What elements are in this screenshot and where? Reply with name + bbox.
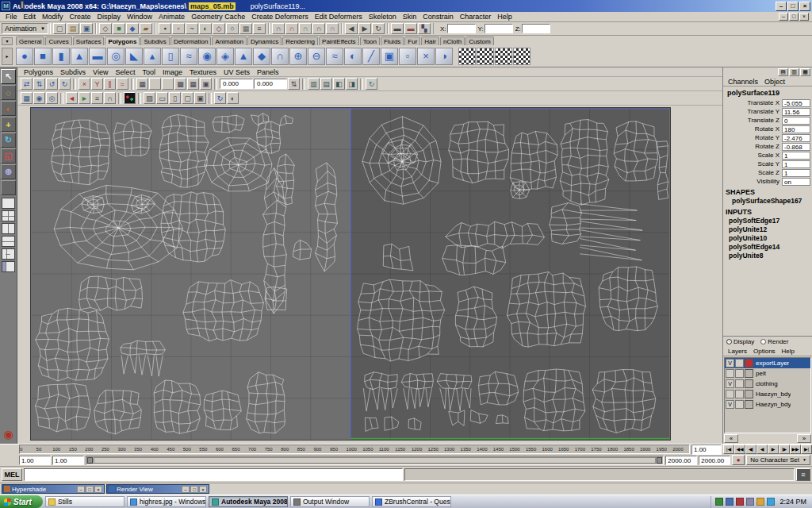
select-object-icon[interactable]: ■ bbox=[113, 23, 125, 34]
channel-value-field[interactable]: 11.56 bbox=[782, 108, 810, 116]
channel-label[interactable]: Scale Z bbox=[725, 169, 782, 176]
dim-image-icon[interactable]: ▩ bbox=[174, 78, 186, 90]
mirror-geometry-icon[interactable]: ◐ bbox=[344, 48, 362, 65]
delete-edge-icon[interactable]: × bbox=[417, 48, 435, 65]
paste-u-icon[interactable]: ◧ bbox=[333, 78, 345, 90]
channel-value-field[interactable]: 1 bbox=[782, 169, 810, 177]
poly-sphere-icon[interactable]: ● bbox=[16, 48, 33, 65]
snap-curve-icon[interactable]: ∩ bbox=[285, 23, 298, 34]
render-current-frame-icon[interactable]: ▬ bbox=[391, 23, 404, 34]
channel-value-field[interactable]: 1 bbox=[782, 152, 810, 160]
animation-start-field[interactable]: 1.00 bbox=[19, 456, 51, 465]
menu-item[interactable]: Window bbox=[124, 13, 155, 21]
select-tool-icon[interactable]: ↖ bbox=[1, 69, 16, 84]
minimized-window-bar[interactable]: Render View – □ × bbox=[106, 484, 209, 494]
channel-value-field[interactable]: -0.868 bbox=[782, 143, 810, 151]
channel-object-name[interactable]: polySurface119 bbox=[723, 89, 812, 98]
collapse-right-button[interactable]: » bbox=[797, 434, 811, 443]
layer-row[interactable]: Haezyn_bdy bbox=[725, 389, 810, 399]
layer-row[interactable]: pelt bbox=[725, 368, 810, 379]
list-output-connections-icon[interactable]: ▶ bbox=[358, 23, 371, 34]
lasso-select-tool-icon[interactable]: ◌ bbox=[1, 85, 16, 100]
image-ratio-icon[interactable]: ▯ bbox=[169, 92, 181, 104]
channel-label[interactable]: Visibility bbox=[725, 178, 782, 185]
antivirus-tray-icon[interactable] bbox=[736, 498, 744, 506]
platonic-solid-icon[interactable]: ◈ bbox=[216, 48, 234, 65]
render-settings-icon[interactable]: ▚ bbox=[418, 23, 431, 34]
flip-v-icon[interactable]: ⇅ bbox=[33, 78, 45, 90]
layer-menu-item[interactable]: Layers bbox=[726, 348, 749, 355]
cycle-uvs-icon[interactable]: ↻ bbox=[366, 78, 377, 90]
step-forward-key-button[interactable]: |▶ bbox=[779, 444, 790, 454]
poly-prism-icon[interactable]: ◣ bbox=[125, 48, 143, 65]
minimize-button[interactable]: – bbox=[182, 486, 190, 493]
channel-label[interactable]: Translate Y bbox=[725, 108, 782, 115]
channel-label[interactable]: Translate Z bbox=[725, 117, 782, 124]
mel-toggle-button[interactable]: MEL bbox=[2, 468, 22, 481]
channel-label[interactable]: Scale X bbox=[725, 152, 782, 159]
character-set-dropdown[interactable]: No Character Set ▼ bbox=[746, 455, 810, 465]
ipr-render-icon[interactable]: ▬ bbox=[404, 23, 417, 34]
poly-helix-icon[interactable]: ≈ bbox=[180, 48, 197, 65]
paint-effects-tool-icon[interactable]: ◉ bbox=[3, 428, 13, 441]
time-slider[interactable]: 0501001502002503003504004505005506006507… bbox=[19, 444, 690, 454]
poly-soccer-ball-icon[interactable]: ◉ bbox=[198, 48, 216, 65]
shelf-tab[interactable]: General bbox=[16, 37, 44, 45]
shelf-tab[interactable]: Surfaces bbox=[73, 37, 105, 45]
uv-editor-menu-item[interactable]: Tool bbox=[139, 68, 159, 76]
channel-box-menu-item[interactable]: Object bbox=[762, 78, 787, 86]
separate-icon[interactable]: ⊖ bbox=[308, 48, 325, 65]
frame-selected-icon[interactable]: ▣ bbox=[194, 92, 206, 104]
play-forwards-button[interactable]: ▶ bbox=[768, 444, 779, 454]
layout-uvs-icon[interactable]: ▦ bbox=[136, 78, 148, 90]
range-end-handle[interactable] bbox=[657, 457, 662, 464]
flip-selected-left-icon[interactable]: ◄ bbox=[66, 92, 78, 104]
layer-playback-toggle[interactable] bbox=[735, 390, 744, 398]
layer-visibility-toggle[interactable] bbox=[726, 369, 734, 378]
maximize-button[interactable]: □ bbox=[787, 2, 799, 11]
menu-item[interactable]: Create bbox=[67, 13, 94, 21]
paste-v-icon[interactable]: ◨ bbox=[346, 78, 358, 90]
texture-image-swatch[interactable] bbox=[124, 92, 136, 104]
taskbar-button[interactable]: ZBrushCentral - Questio... bbox=[372, 496, 451, 507]
step-back-frame-button[interactable]: ◀◀ bbox=[734, 444, 745, 454]
combine-icon[interactable]: ⊕ bbox=[289, 48, 307, 65]
layer-row[interactable]: V exportLayer bbox=[725, 358, 810, 368]
poly-cone-icon[interactable]: ▲ bbox=[71, 48, 88, 65]
poly-pyramid-icon[interactable]: ▴ bbox=[144, 48, 161, 65]
shelf-tab[interactable]: Deformation bbox=[170, 37, 212, 45]
ramp-map-icon[interactable] bbox=[495, 48, 512, 65]
input-node-name[interactable]: polyUnite12 bbox=[723, 225, 812, 234]
shelf-menu-icon[interactable]: ▸ bbox=[2, 48, 13, 65]
flip-selected-right-icon[interactable]: ► bbox=[79, 92, 90, 104]
shape-node-name[interactable]: polySurfaceShape167 bbox=[723, 197, 812, 206]
playback-end-field[interactable]: 2000.00 bbox=[665, 456, 697, 465]
close-button[interactable]: × bbox=[94, 486, 102, 493]
uv-value-spinner[interactable]: ⇅ bbox=[288, 78, 300, 90]
close-button[interactable]: × bbox=[199, 486, 207, 493]
menu-item[interactable]: Skeleton bbox=[366, 13, 400, 21]
uv-editor-menu-item[interactable]: Image bbox=[159, 68, 186, 76]
select-asset-icon[interactable]: ▰ bbox=[140, 23, 152, 34]
layer-color-swatch[interactable] bbox=[745, 390, 753, 398]
list-input-connections-icon[interactable]: ◀ bbox=[345, 23, 358, 34]
shelf-tab[interactable]: PaintEffects bbox=[319, 37, 359, 45]
menu-item[interactable]: Skin bbox=[400, 13, 420, 21]
channel-label[interactable]: Translate X bbox=[725, 99, 782, 106]
layer-playback-toggle[interactable] bbox=[735, 379, 744, 388]
taskbar-button[interactable]: highres.jpg - Windows Pi... bbox=[127, 496, 206, 507]
mask-surfaces-icon[interactable]: ◐ bbox=[199, 23, 212, 34]
z-coordinate-field[interactable] bbox=[522, 24, 550, 33]
menu-item[interactable]: Display bbox=[94, 13, 124, 21]
last-tool-icon[interactable] bbox=[1, 180, 16, 195]
layer-visibility-toggle[interactable] bbox=[726, 390, 734, 398]
noise-map-icon[interactable] bbox=[513, 48, 530, 65]
merge-vertices-icon[interactable]: ▫ bbox=[399, 48, 416, 65]
mask-deformers-icon[interactable]: ◇ bbox=[213, 23, 225, 34]
display-checkered-tiles-icon[interactable] bbox=[149, 78, 161, 90]
shelf-tab-menu-icon[interactable]: ▾ bbox=[2, 37, 13, 45]
extrude-icon[interactable]: ▲ bbox=[235, 48, 252, 65]
flip-u-icon[interactable]: ⇄ bbox=[21, 78, 33, 90]
shelf-tab[interactable]: Curves bbox=[45, 37, 71, 45]
split-uv-icon[interactable]: Y bbox=[91, 78, 103, 90]
